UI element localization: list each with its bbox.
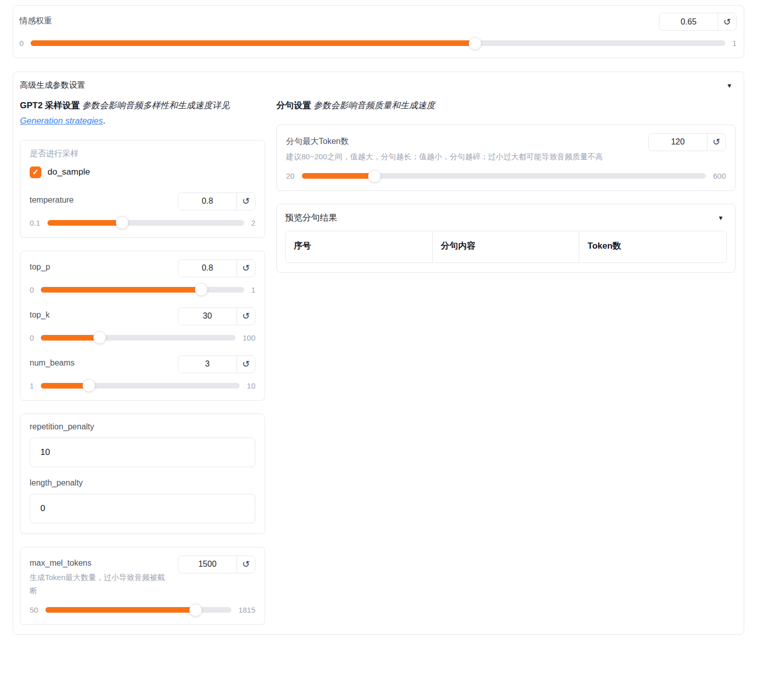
top-k-numbox: ↺ <box>178 307 255 325</box>
segmentation-heading-desc: 参数会影响音频质量和生成速度 <box>314 101 435 110</box>
emotion-weight-card: 情感权重 ↺ 0 1 <box>13 5 744 58</box>
top-p-input[interactable] <box>178 260 237 277</box>
segmentation-heading-bold: 分句设置 <box>276 101 311 110</box>
slider-fill <box>31 40 475 46</box>
top-k-max: 100 <box>243 333 255 342</box>
gpt2-heading-bold: GPT2 采样设置 <box>20 101 80 110</box>
chevron-down-icon: ▼ <box>726 82 736 89</box>
page: 情感权重 ↺ 0 1 高级生成参数设置 ▼ GPT2 采样设置 参数会影响音频多… <box>0 0 757 642</box>
slider-fill <box>302 173 374 179</box>
reset-icon: ↺ <box>242 263 250 273</box>
repetition-penalty-input[interactable] <box>30 438 255 467</box>
temperature-control: temperature ↺ 0.1 <box>30 192 255 227</box>
sampling-group: 是否进行采样 ✓ do_sample temperature ↺ <box>20 140 265 238</box>
top-p-reset-button[interactable]: ↺ <box>237 260 255 277</box>
top-p-k-beams-group: top_p ↺ 0 <box>20 251 265 401</box>
sentence-max-tokens-input[interactable] <box>649 134 707 151</box>
temperature-max: 2 <box>251 219 255 227</box>
top-k-slider[interactable] <box>41 335 235 341</box>
table-header-token-count: Token数 <box>579 231 726 262</box>
num-beams-slider[interactable] <box>41 383 240 389</box>
sentence-max-tokens-control: 分句最大Token数 建议80~200之间，值越大，分句越长；值越小，分句越碎；… <box>286 133 726 180</box>
max-mel-tokens-label: max_mel_tokens <box>30 556 91 568</box>
reset-icon: ↺ <box>242 197 250 206</box>
max-mel-tokens-input[interactable] <box>178 556 237 573</box>
top-k-label: top_k <box>30 307 50 320</box>
slider-fill <box>41 335 99 341</box>
max-mel-tokens-control: max_mel_tokens 生成Token最大数量，过小导致音频被截断 ↺ 5… <box>30 556 255 615</box>
slider-handle[interactable] <box>469 37 482 50</box>
temperature-min: 0.1 <box>30 219 40 227</box>
emotion-weight-reset-button[interactable]: ↺ <box>718 13 736 30</box>
table-header-content: 分句内容 <box>433 231 580 262</box>
top-k-control: top_k ↺ 0 <box>30 307 255 342</box>
top-p-label: top_p <box>30 259 50 272</box>
top-p-numbox: ↺ <box>178 259 255 277</box>
sentence-max-tokens-max: 600 <box>713 172 726 180</box>
penalty-group: repetition_penalty length_penalty <box>20 414 265 534</box>
preview-segmentation-header[interactable]: 预览分句结果 ▼ <box>285 212 727 224</box>
check-icon: ✓ <box>32 167 39 177</box>
length-penalty-input[interactable] <box>30 494 255 523</box>
sentence-max-tokens-reset-button[interactable]: ↺ <box>707 134 725 151</box>
emotion-weight-slider[interactable] <box>31 40 725 46</box>
top-p-slider[interactable] <box>41 287 244 293</box>
slider-handle[interactable] <box>93 331 106 344</box>
advanced-settings-header[interactable]: 高级生成参数设置 ▼ <box>20 80 736 91</box>
max-mel-tokens-reset-button[interactable]: ↺ <box>237 556 255 573</box>
reset-icon: ↺ <box>242 560 250 569</box>
length-penalty-label: length_penalty <box>30 478 255 488</box>
top-p-control: top_p ↺ 0 <box>30 259 255 294</box>
segmentation-preview-table: 序号 分句内容 Token数 <box>285 231 727 263</box>
max-mel-tokens-slider[interactable] <box>45 607 231 613</box>
sentence-max-tokens-numbox: ↺ <box>648 133 726 151</box>
length-penalty-field: length_penalty <box>30 478 255 523</box>
reset-icon: ↺ <box>723 17 731 27</box>
segmentation-column: 分句设置 参数会影响音频质量和生成速度 分句最大Token数 建议80~200之… <box>276 98 736 625</box>
repetition-penalty-label: repetition_penalty <box>30 422 255 431</box>
slider-fill <box>45 607 196 613</box>
num-beams-input[interactable] <box>178 356 237 373</box>
num-beams-max: 10 <box>247 381 255 390</box>
slider-handle[interactable] <box>368 170 381 182</box>
max-mel-tokens-info: 生成Token最大数量，过小导致音频被截断 <box>30 571 172 598</box>
emotion-weight-min: 0 <box>19 39 23 47</box>
top-k-reset-button[interactable]: ↺ <box>237 308 255 325</box>
chevron-down-icon: ▼ <box>718 214 727 222</box>
gpt2-sampling-column: GPT2 采样设置 参数会影响音频多样性和生成速度详见 Generation s… <box>20 98 265 625</box>
reset-icon: ↺ <box>242 311 250 321</box>
slider-handle[interactable] <box>82 379 95 392</box>
temperature-reset-button[interactable]: ↺ <box>237 193 255 210</box>
reset-icon: ↺ <box>242 359 250 369</box>
sentence-max-tokens-slider[interactable] <box>302 173 706 179</box>
top-p-min: 0 <box>30 285 34 294</box>
sentence-max-tokens-group: 分句最大Token数 建议80~200之间，值越大，分句越长；值越小，分句越碎；… <box>276 125 736 191</box>
table-header-index: 序号 <box>286 231 433 262</box>
generation-strategies-link[interactable]: Generation strategies <box>20 116 103 126</box>
slider-handle[interactable] <box>190 604 202 616</box>
temperature-label: temperature <box>30 192 74 205</box>
emotion-weight-max: 1 <box>732 39 737 47</box>
advanced-settings-accordion: 高级生成参数设置 ▼ GPT2 采样设置 参数会影响音频多样性和生成速度详见 G… <box>13 71 744 635</box>
num-beams-label: num_beams <box>30 355 75 368</box>
num-beams-control: num_beams ↺ 1 <box>30 355 255 390</box>
slider-fill <box>48 220 122 226</box>
max-mel-tokens-max: 1815 <box>239 606 255 614</box>
slider-handle[interactable] <box>116 216 129 229</box>
preview-segmentation-title: 预览分句结果 <box>285 212 337 224</box>
sentence-max-tokens-min: 20 <box>286 172 295 180</box>
temperature-slider[interactable] <box>48 220 244 226</box>
max-mel-tokens-numbox: ↺ <box>178 556 255 573</box>
top-k-input[interactable] <box>178 308 237 325</box>
emotion-weight-input[interactable] <box>659 13 718 30</box>
num-beams-reset-button[interactable]: ↺ <box>237 356 255 373</box>
temperature-input[interactable] <box>178 193 237 210</box>
slider-handle[interactable] <box>195 283 208 296</box>
do-sample-group-label: 是否进行采样 <box>30 149 255 159</box>
gpt2-heading-desc: 参数会影响音频多样性和生成速度详见 <box>82 101 230 110</box>
max-mel-tokens-group: max_mel_tokens 生成Token最大数量，过小导致音频被截断 ↺ 5… <box>20 547 265 625</box>
do-sample-checkbox[interactable]: ✓ <box>30 166 41 178</box>
do-sample-checkbox-label[interactable]: do_sample <box>48 167 90 177</box>
preview-segmentation-accordion: 预览分句结果 ▼ 序号 分句内容 Token数 <box>276 204 736 273</box>
num-beams-numbox: ↺ <box>178 355 255 373</box>
